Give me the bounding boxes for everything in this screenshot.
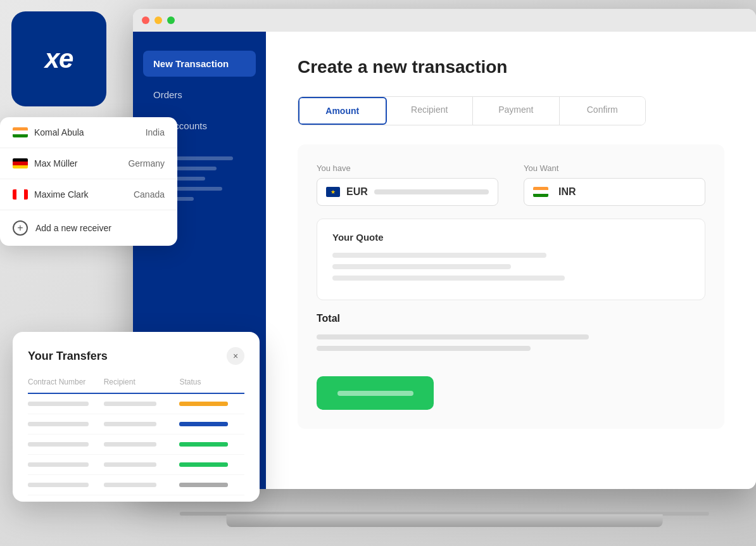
currency-from-col: You have ★ EUR xyxy=(317,163,498,206)
currency-to-col: You Want INR xyxy=(524,163,705,206)
receiver-name-2: Max Müller xyxy=(34,158,128,168)
modal-title: Your Transfers xyxy=(28,350,108,363)
receiver-item-3[interactable]: Maxime Clark Canada xyxy=(0,179,177,210)
quote-section: Your Quote xyxy=(317,219,705,300)
window-chrome xyxy=(133,9,756,32)
td-recipient-5 xyxy=(104,483,180,487)
canada-flag-icon xyxy=(13,189,28,200)
currency-row: You have ★ EUR You Want INR xyxy=(317,163,705,206)
td-status-2 xyxy=(179,422,244,426)
transfers-modal: Your Transfers × Contract Number Recipie… xyxy=(13,332,260,502)
step-tabs: Amount Recipient Payment Confirm xyxy=(298,96,646,125)
inr-flag-icon xyxy=(533,187,548,197)
xe-logo-card: xe xyxy=(11,11,106,106)
status-bar-5 xyxy=(179,483,228,487)
total-section: Total xyxy=(317,300,705,364)
traffic-light-yellow[interactable] xyxy=(154,16,162,24)
status-bar-2 xyxy=(179,422,228,426)
main-content: Create a new transaction Amount Recipien… xyxy=(266,32,756,489)
plus-icon: + xyxy=(17,223,23,233)
xe-logo-text: xe xyxy=(45,44,73,74)
contract-bar-4 xyxy=(28,462,89,467)
th-recipient: Recipient xyxy=(104,378,180,386)
table-row xyxy=(28,475,244,495)
total-bar-2 xyxy=(317,346,531,351)
receiver-country-2: Germany xyxy=(128,158,165,168)
td-status-4 xyxy=(179,462,244,467)
submit-button[interactable]: Continue xyxy=(317,376,434,410)
td-status-3 xyxy=(179,442,244,447)
page-title: Create a new transaction xyxy=(298,57,724,77)
tab-recipient[interactable]: Recipient xyxy=(387,97,474,125)
th-contract: Contract Number xyxy=(28,378,104,386)
traffic-light-green[interactable] xyxy=(167,16,175,24)
td-recipient-2 xyxy=(104,422,180,426)
status-bar-1 xyxy=(179,402,228,406)
traffic-light-red[interactable] xyxy=(142,16,149,24)
table-row xyxy=(28,414,244,435)
contract-bar-1 xyxy=(28,402,89,406)
td-contract-4 xyxy=(28,462,104,467)
table-header: Contract Number Recipient Status xyxy=(28,378,244,394)
receiver-country-3: Canada xyxy=(134,189,165,200)
currency-to-input[interactable]: INR xyxy=(524,178,705,206)
tab-payment[interactable]: Payment xyxy=(473,97,560,125)
quote-bar-3 xyxy=(332,276,565,281)
tab-confirm[interactable]: Confirm xyxy=(560,97,646,125)
receivers-card: Komal Abula India Max Müller Germany Max… xyxy=(0,117,177,246)
recipient-bar-3 xyxy=(104,442,157,447)
currency-from-input[interactable]: ★ EUR xyxy=(317,178,498,206)
your-quote-title: Your Quote xyxy=(332,232,690,243)
modal-header: Your Transfers × xyxy=(28,347,244,365)
you-want-label: You Want xyxy=(524,163,705,173)
recipient-bar-2 xyxy=(104,422,157,426)
contract-bar-2 xyxy=(28,422,89,426)
form-section: You have ★ EUR You Want INR xyxy=(298,144,724,429)
td-contract-3 xyxy=(28,442,104,447)
receiver-item-1[interactable]: Komal Abula India xyxy=(0,117,177,148)
table-row xyxy=(28,394,244,414)
sidebar-item-orders[interactable]: Orders xyxy=(143,82,256,108)
you-have-label: You have xyxy=(317,163,498,173)
eur-flag-icon: ★ xyxy=(326,187,340,197)
amount-input-bar xyxy=(374,189,489,194)
receiver-name-1: Komal Abula xyxy=(34,127,146,137)
total-label: Total xyxy=(317,313,705,324)
total-bar-1 xyxy=(317,334,589,340)
td-recipient-1 xyxy=(104,402,180,406)
modal-close-button[interactable]: × xyxy=(227,347,244,365)
td-status-5 xyxy=(179,483,244,487)
status-bar-3 xyxy=(179,442,228,447)
currency-from-code: EUR xyxy=(346,186,368,198)
table-row xyxy=(28,455,244,475)
laptop-base xyxy=(227,514,663,527)
receiver-country-1: India xyxy=(146,127,165,137)
td-status-1 xyxy=(179,402,244,406)
recipient-bar-4 xyxy=(104,462,157,467)
td-contract-1 xyxy=(28,402,104,406)
india-flag-icon xyxy=(13,127,28,137)
td-recipient-4 xyxy=(104,462,180,467)
th-status: Status xyxy=(179,378,244,386)
receiver-item-2[interactable]: Max Müller Germany xyxy=(0,148,177,179)
sidebar-item-new-transaction[interactable]: New Transaction xyxy=(143,51,256,77)
quote-bar-2 xyxy=(332,264,511,269)
receiver-name-3: Maxime Clark xyxy=(34,189,134,200)
td-recipient-3 xyxy=(104,442,180,447)
currency-to-code: INR xyxy=(558,186,576,198)
recipient-bar-5 xyxy=(104,483,157,487)
germany-flag-icon xyxy=(13,158,28,168)
add-receiver-button[interactable]: + Add a new receiver xyxy=(0,210,177,246)
add-receiver-label: Add a new receiver xyxy=(35,223,111,233)
status-bar-4 xyxy=(179,462,228,467)
contract-bar-3 xyxy=(28,442,89,447)
recipient-bar-1 xyxy=(104,402,157,406)
table-row xyxy=(28,435,244,455)
add-icon: + xyxy=(13,220,28,236)
tab-amount[interactable]: Amount xyxy=(298,97,387,125)
td-contract-5 xyxy=(28,483,104,487)
contract-bar-5 xyxy=(28,483,89,487)
quote-bar-1 xyxy=(332,253,546,258)
td-contract-2 xyxy=(28,422,104,426)
